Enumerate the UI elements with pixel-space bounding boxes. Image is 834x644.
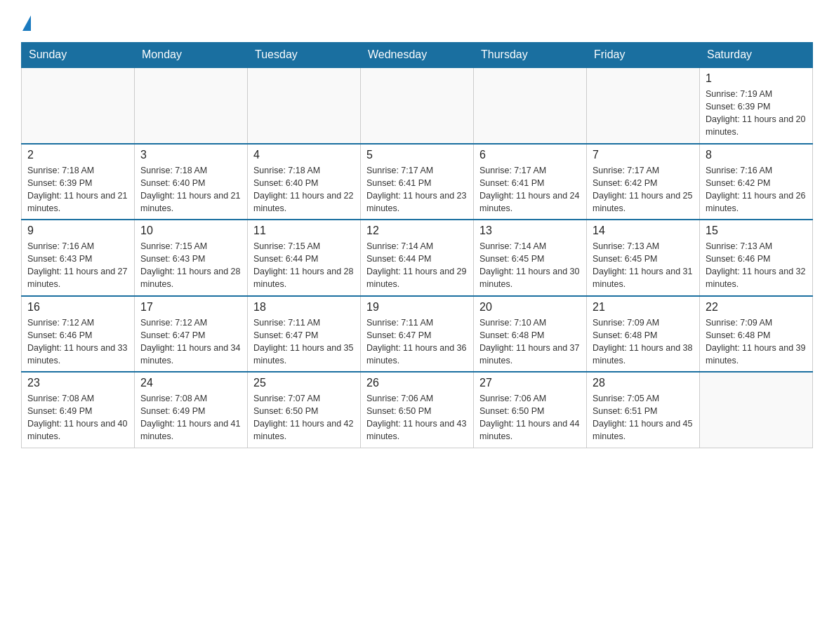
logo-triangle-icon [22,15,31,31]
calendar-cell: 16Sunrise: 7:12 AMSunset: 6:46 PMDayligh… [22,296,135,373]
calendar-cell [135,67,248,144]
day-info: Sunrise: 7:07 AMSunset: 6:50 PMDaylight:… [253,394,353,441]
day-info: Sunrise: 7:06 AMSunset: 6:50 PMDaylight:… [479,394,579,441]
calendar-cell: 5Sunrise: 7:17 AMSunset: 6:41 PMDaylight… [361,144,474,220]
day-info: Sunrise: 7:11 AMSunset: 6:47 PMDaylight:… [366,318,466,365]
weekday-header-thursday: Thursday [474,43,587,68]
day-number: 17 [140,301,241,314]
day-info: Sunrise: 7:15 AMSunset: 6:43 PMDaylight:… [140,241,240,289]
weekday-header-saturday: Saturday [700,43,813,68]
calendar-week-row: 9Sunrise: 7:16 AMSunset: 6:43 PMDaylight… [22,220,813,296]
day-info: Sunrise: 7:13 AMSunset: 6:45 PMDaylight:… [593,241,692,289]
day-number: 27 [479,377,581,389]
day-number: 26 [366,377,468,389]
weekday-header-friday: Friday [587,43,700,68]
day-info: Sunrise: 7:08 AMSunset: 6:49 PMDaylight:… [27,394,127,441]
calendar-week-row: 2Sunrise: 7:18 AMSunset: 6:39 PMDaylight… [22,144,813,220]
logo [21,14,31,31]
calendar-cell: 19Sunrise: 7:11 AMSunset: 6:47 PMDayligh… [361,296,474,373]
calendar-cell: 28Sunrise: 7:05 AMSunset: 6:51 PMDayligh… [587,372,700,448]
day-number: 8 [706,149,807,161]
calendar-cell: 22Sunrise: 7:09 AMSunset: 6:48 PMDayligh… [700,296,813,373]
calendar-cell: 24Sunrise: 7:08 AMSunset: 6:49 PMDayligh… [135,372,248,448]
weekday-header-monday: Monday [135,43,248,68]
calendar-cell: 27Sunrise: 7:06 AMSunset: 6:50 PMDayligh… [474,372,587,448]
calendar-cell [22,67,135,144]
day-number: 10 [140,224,241,237]
calendar-cell: 11Sunrise: 7:15 AMSunset: 6:44 PMDayligh… [248,220,361,296]
calendar-cell [700,372,813,448]
calendar-cell: 9Sunrise: 7:16 AMSunset: 6:43 PMDaylight… [22,220,135,296]
calendar-cell: 6Sunrise: 7:17 AMSunset: 6:41 PMDaylight… [474,144,587,220]
day-info: Sunrise: 7:12 AMSunset: 6:46 PMDaylight:… [27,318,127,365]
day-number: 7 [593,149,694,161]
calendar-cell [248,67,361,144]
day-number: 22 [706,301,807,314]
calendar-week-row: 23Sunrise: 7:08 AMSunset: 6:49 PMDayligh… [22,372,813,448]
day-info: Sunrise: 7:05 AMSunset: 6:51 PMDaylight:… [593,394,692,441]
calendar-header-row: SundayMondayTuesdayWednesdayThursdayFrid… [22,43,813,68]
day-number: 13 [479,224,581,237]
day-number: 4 [253,149,355,161]
calendar-cell: 18Sunrise: 7:11 AMSunset: 6:47 PMDayligh… [248,296,361,373]
day-info: Sunrise: 7:19 AMSunset: 6:39 PMDaylight:… [706,89,805,137]
calendar-cell: 17Sunrise: 7:12 AMSunset: 6:47 PMDayligh… [135,296,248,373]
day-info: Sunrise: 7:09 AMSunset: 6:48 PMDaylight:… [706,318,805,365]
day-number: 19 [366,301,468,314]
calendar-cell: 23Sunrise: 7:08 AMSunset: 6:49 PMDayligh… [22,372,135,448]
day-number: 6 [479,149,581,161]
day-number: 2 [27,149,128,161]
weekday-header-wednesday: Wednesday [361,43,474,68]
calendar-cell: 12Sunrise: 7:14 AMSunset: 6:44 PMDayligh… [361,220,474,296]
day-info: Sunrise: 7:14 AMSunset: 6:45 PMDaylight:… [479,241,579,289]
calendar-cell: 26Sunrise: 7:06 AMSunset: 6:50 PMDayligh… [361,372,474,448]
day-info: Sunrise: 7:14 AMSunset: 6:44 PMDaylight:… [366,241,466,289]
calendar-cell: 14Sunrise: 7:13 AMSunset: 6:45 PMDayligh… [587,220,700,296]
day-number: 11 [253,224,355,237]
calendar-cell [361,67,474,144]
day-number: 21 [593,301,694,314]
day-info: Sunrise: 7:16 AMSunset: 6:43 PMDaylight:… [27,241,127,289]
calendar-cell: 8Sunrise: 7:16 AMSunset: 6:42 PMDaylight… [700,144,813,220]
day-number: 23 [27,377,128,389]
calendar-table: SundayMondayTuesdayWednesdayThursdayFrid… [21,42,813,448]
calendar-cell: 7Sunrise: 7:17 AMSunset: 6:42 PMDaylight… [587,144,700,220]
day-number: 20 [479,301,581,314]
calendar-cell: 10Sunrise: 7:15 AMSunset: 6:43 PMDayligh… [135,220,248,296]
calendar-cell: 15Sunrise: 7:13 AMSunset: 6:46 PMDayligh… [700,220,813,296]
day-info: Sunrise: 7:08 AMSunset: 6:49 PMDaylight:… [140,394,240,441]
day-number: 28 [593,377,694,389]
calendar-cell: 25Sunrise: 7:07 AMSunset: 6:50 PMDayligh… [248,372,361,448]
weekday-header-tuesday: Tuesday [248,43,361,68]
calendar-cell: 4Sunrise: 7:18 AMSunset: 6:40 PMDaylight… [248,144,361,220]
day-info: Sunrise: 7:12 AMSunset: 6:47 PMDaylight:… [140,318,240,365]
calendar-cell [474,67,587,144]
calendar-cell: 13Sunrise: 7:14 AMSunset: 6:45 PMDayligh… [474,220,587,296]
calendar-cell: 3Sunrise: 7:18 AMSunset: 6:40 PMDaylight… [135,144,248,220]
calendar-cell: 20Sunrise: 7:10 AMSunset: 6:48 PMDayligh… [474,296,587,373]
day-info: Sunrise: 7:18 AMSunset: 6:39 PMDaylight:… [27,166,127,213]
day-number: 12 [366,224,468,237]
day-number: 3 [140,149,241,161]
day-number: 16 [27,301,128,314]
calendar-week-row: 16Sunrise: 7:12 AMSunset: 6:46 PMDayligh… [22,296,813,373]
day-number: 9 [27,224,128,237]
day-number: 1 [706,72,807,85]
calendar-cell [587,67,700,144]
day-info: Sunrise: 7:17 AMSunset: 6:41 PMDaylight:… [366,166,466,213]
day-number: 25 [253,377,355,389]
day-info: Sunrise: 7:18 AMSunset: 6:40 PMDaylight:… [253,166,353,213]
day-info: Sunrise: 7:15 AMSunset: 6:44 PMDaylight:… [253,241,353,289]
page-header [21,14,813,31]
day-info: Sunrise: 7:06 AMSunset: 6:50 PMDaylight:… [366,394,466,441]
day-info: Sunrise: 7:17 AMSunset: 6:41 PMDaylight:… [479,166,579,213]
day-info: Sunrise: 7:18 AMSunset: 6:40 PMDaylight:… [140,166,240,213]
day-info: Sunrise: 7:13 AMSunset: 6:46 PMDaylight:… [706,241,805,289]
day-number: 14 [593,224,694,237]
day-number: 15 [706,224,807,237]
calendar-cell: 21Sunrise: 7:09 AMSunset: 6:48 PMDayligh… [587,296,700,373]
calendar-cell: 1Sunrise: 7:19 AMSunset: 6:39 PMDaylight… [700,67,813,144]
day-info: Sunrise: 7:09 AMSunset: 6:48 PMDaylight:… [593,318,692,365]
day-number: 5 [366,149,468,161]
day-info: Sunrise: 7:17 AMSunset: 6:42 PMDaylight:… [593,166,692,213]
